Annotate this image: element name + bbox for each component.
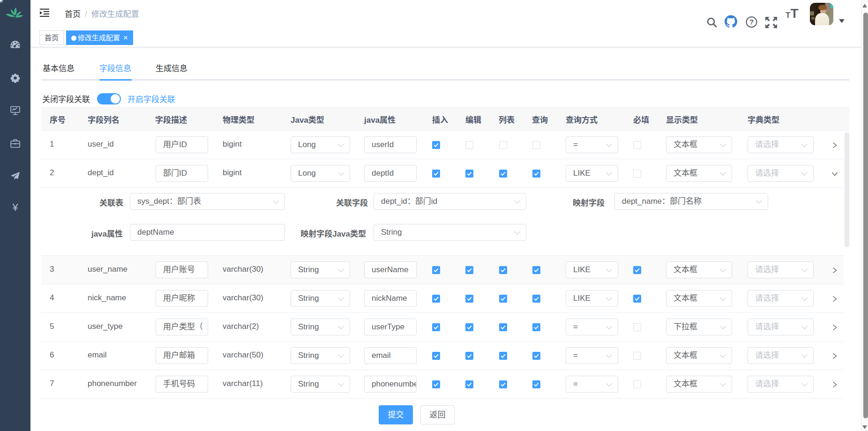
- svg-text:?: ?: [749, 18, 754, 26]
